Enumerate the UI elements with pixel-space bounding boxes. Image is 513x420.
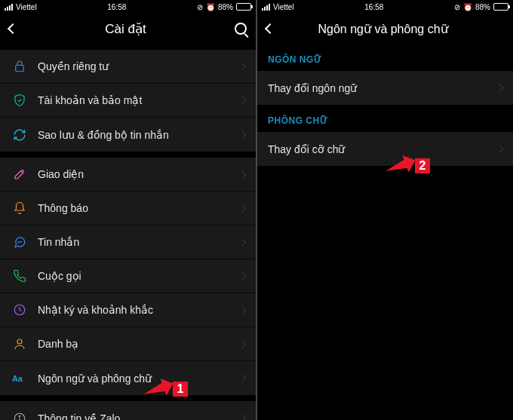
battery-pct-label: 88%: [475, 3, 490, 11]
navbar: Cài đặt: [0, 14, 256, 44]
chat-icon: [11, 233, 29, 251]
carrier-label: Viettel: [16, 3, 37, 11]
battery-icon: [236, 3, 251, 11]
settings-row[interactable]: Thay đổi cỡ chữ2: [257, 132, 513, 166]
sync-icon: [11, 126, 29, 144]
page-title: Ngôn ngữ và phông chữ: [274, 22, 492, 36]
settings-row[interactable]: Quyền riêng tư: [0, 50, 256, 84]
settings-row[interactable]: AaNgôn ngữ và phông chữ1: [0, 361, 256, 395]
alarm-icon: ⏰: [206, 3, 215, 11]
chevron-right-icon: [496, 146, 504, 153]
row-label: Thay đổi cỡ chữ: [268, 143, 497, 155]
battery-pct-label: 88%: [218, 3, 233, 11]
settings-row[interactable]: Giao diện: [0, 158, 256, 192]
chevron-right-icon: [496, 84, 504, 92]
chevron-right-icon: [239, 170, 247, 178]
section-header: NGÔN NGỮ: [257, 44, 513, 71]
clock-icon: [11, 301, 29, 319]
settings-row[interactable]: Cuộc gọi: [0, 259, 256, 293]
svg-point-3: [17, 339, 22, 344]
rotation-lock-icon: ⊘: [454, 3, 460, 11]
settings-row[interactable]: Thông báo: [0, 192, 256, 225]
signal-icon: [262, 4, 270, 11]
svg-point-7: [19, 415, 20, 417]
chevron-right-icon: [239, 272, 247, 280]
text-icon: Aa: [11, 369, 29, 388]
brush-icon: [11, 165, 29, 183]
page-title: Cài đặt: [17, 21, 235, 37]
row-label: Tin nhắn: [38, 236, 240, 248]
row-label: Sao lưu & đồng bộ tin nhắn: [38, 129, 240, 141]
chevron-right-icon: [239, 204, 247, 212]
settings-row[interactable]: Thay đổi ngôn ngữ: [257, 71, 513, 105]
settings-row[interactable]: Danh bạ: [0, 327, 256, 361]
chevron-right-icon: [239, 238, 247, 246]
section-header: PHÔNG CHỮ: [257, 105, 513, 132]
chevron-right-icon: [239, 415, 247, 420]
lock-icon: [11, 57, 29, 75]
status-bar: Viettel 16:58 ⊘ ⏰ 88%: [257, 0, 513, 14]
alarm-icon: ⏰: [463, 3, 472, 11]
carrier-label: Viettel: [273, 3, 294, 11]
phone-left: Viettel 16:58 ⊘ ⏰ 88% Cài đặt Quyền riên…: [0, 0, 256, 420]
shield-icon: [11, 91, 29, 109]
row-label: Tài khoản và bảo mật: [38, 94, 240, 106]
svg-text:Aa: Aa: [12, 374, 23, 383]
phone-right: Viettel 16:58 ⊘ ⏰ 88% Ngôn ngữ và phông …: [257, 0, 513, 420]
language-font-list[interactable]: NGÔN NGỮThay đổi ngôn ngữPHÔNG CHỮThay đ…: [257, 44, 513, 420]
battery-icon: [493, 3, 508, 11]
chevron-right-icon: [239, 340, 247, 348]
navbar: Ngôn ngữ và phông chữ: [257, 14, 513, 44]
chevron-right-icon: [239, 97, 247, 104]
clock-label: 16:58: [364, 3, 383, 11]
settings-row[interactable]: Tài khoản và bảo mật: [0, 84, 256, 118]
signal-icon: [5, 4, 13, 11]
settings-row[interactable]: Sao lưu & đồng bộ tin nhắn: [0, 118, 256, 152]
settings-row[interactable]: Tin nhắn: [0, 225, 256, 259]
contacts-icon: [11, 335, 29, 353]
chevron-right-icon: [239, 375, 247, 382]
search-icon[interactable]: [235, 23, 247, 35]
svg-rect-0: [16, 66, 24, 72]
rotation-lock-icon: ⊘: [197, 3, 203, 11]
row-label: Cuộc gọi: [38, 270, 240, 282]
row-label: Quyền riêng tư: [38, 60, 240, 72]
row-label: Giao diện: [38, 168, 240, 180]
row-label: Nhật ký và khoảnh khắc: [38, 304, 240, 316]
chevron-right-icon: [239, 63, 247, 70]
chevron-right-icon: [239, 131, 247, 139]
settings-row[interactable]: Nhật ký và khoảnh khắc: [0, 293, 256, 327]
row-label: Ngôn ngữ và phông chữ: [38, 372, 240, 385]
annotation-2: 2: [415, 158, 430, 173]
clock-label: 16:58: [107, 3, 126, 11]
row-label: Thông báo: [38, 202, 240, 214]
phone-icon: [11, 267, 29, 285]
status-bar: Viettel 16:58 ⊘ ⏰ 88%: [0, 0, 256, 14]
settings-row[interactable]: Thông tin về Zalo: [0, 401, 256, 420]
row-label: Thông tin về Zalo: [38, 412, 240, 421]
info-icon: [11, 409, 29, 421]
row-label: Thay đổi ngôn ngữ: [268, 82, 497, 94]
chevron-right-icon: [239, 306, 247, 314]
settings-list[interactable]: Quyền riêng tưTài khoản và bảo mậtSao lư…: [0, 44, 256, 420]
bell-icon: [11, 199, 29, 217]
row-label: Danh bạ: [38, 338, 240, 350]
